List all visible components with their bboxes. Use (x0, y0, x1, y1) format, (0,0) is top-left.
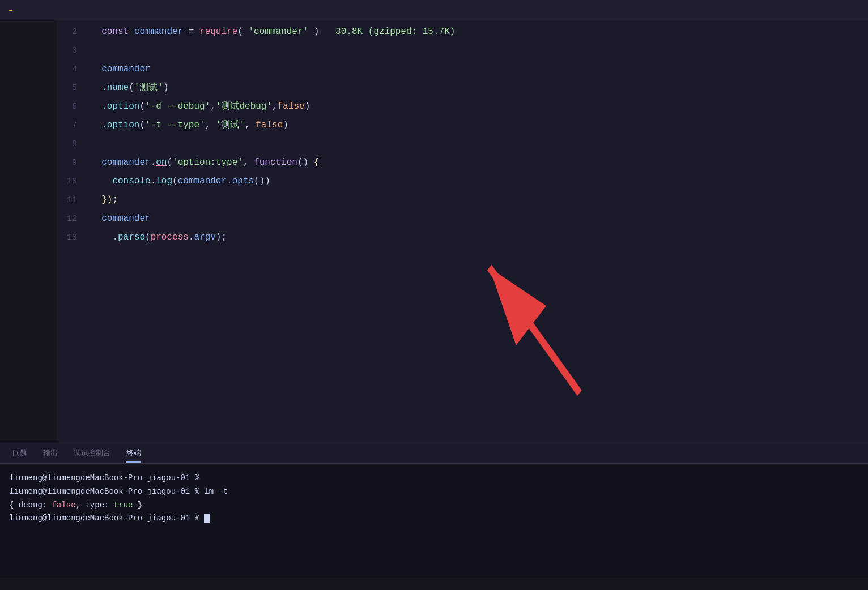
terminal-line: liumeng@liumengdeMacBook-Pro jiagou-01 %… (9, 485, 859, 499)
line-number: 8 (57, 135, 91, 153)
line-number: 6 (57, 98, 91, 116)
code-line: 6 .option('-d --debug','测试debug',false) (57, 97, 868, 116)
line-content: commander (91, 210, 868, 228)
code-line: 8 (57, 135, 868, 153)
code-line: 11 }); (57, 191, 868, 210)
line-content: console.log(commander.opts()) (91, 172, 868, 190)
line-content: .parse(process.argv); (91, 228, 868, 246)
editor-area: 2 const commander = require( 'commander'… (0, 20, 868, 442)
line-content (91, 41, 868, 59)
terminal-tab[interactable]: 终端 (118, 443, 149, 463)
line-number: 10 (57, 173, 91, 191)
sidebar-gutter (0, 20, 57, 442)
line-content: commander (91, 60, 868, 78)
code-line: 2 const commander = require( 'commander'… (57, 23, 868, 41)
code-line: 3 (57, 41, 868, 60)
line-number: 7 (57, 117, 91, 135)
code-line: 10 console.log(commander.opts()) (57, 172, 868, 191)
line-content (91, 135, 868, 153)
terminal-line: liumeng@liumengdeMacBook-Pro jiagou-01 % (9, 472, 859, 485)
terminal-tab[interactable]: 调试控制台 (66, 443, 118, 463)
top-bar (0, 0, 868, 20)
line-number: 3 (57, 42, 91, 60)
code-section[interactable]: 2 const commander = require( 'commander'… (57, 20, 868, 442)
code-line: 12 commander (57, 210, 868, 228)
line-number: 11 (57, 191, 91, 210)
code-line: 5 .name('测试') (57, 79, 868, 97)
line-content: const commander = require( 'commander' )… (91, 23, 868, 41)
terminal-tab[interactable]: 问题 (5, 443, 35, 463)
code-line: 7 .option('-t --type', '测试', false) (57, 116, 868, 135)
line-content: .name('测试') (91, 79, 868, 97)
terminal-line: liumeng@liumengdeMacBook-Pro jiagou-01 % (9, 512, 859, 525)
line-number: 4 (57, 61, 91, 79)
line-number: 12 (57, 210, 91, 228)
svg-line-1 (490, 267, 580, 393)
code-lines: 2 const commander = require( 'commander'… (57, 20, 868, 247)
code-line: 9 commander.on('option:type', function()… (57, 153, 868, 172)
terminal-panel: 问题输出调试控制台终端 liumeng@liumengdeMacBook-Pro… (0, 442, 868, 578)
line-content: .option('-d --debug','测试debug',false) (91, 97, 868, 116)
line-number: 9 (57, 154, 91, 172)
status-bar (0, 578, 868, 590)
line-content: .option('-t --type', '测试', false) (91, 116, 868, 134)
line-number: 2 (57, 23, 91, 41)
terminal-line: { debug: false, type: true } (9, 499, 859, 512)
js-icon (9, 10, 12, 11)
code-line: 4 commander (57, 60, 868, 79)
terminal-content[interactable]: liumeng@liumengdeMacBook-Pro jiagou-01 %… (0, 464, 868, 578)
terminal-tab[interactable]: 输出 (35, 443, 66, 463)
line-number: 13 (57, 229, 91, 247)
code-line: 13 .parse(process.argv); (57, 228, 868, 247)
terminal-tabs: 问题输出调试控制台终端 (0, 442, 868, 464)
line-content: commander.on('option:type', function() { (91, 153, 868, 172)
line-content: }); (91, 191, 868, 209)
line-number: 5 (57, 79, 91, 97)
